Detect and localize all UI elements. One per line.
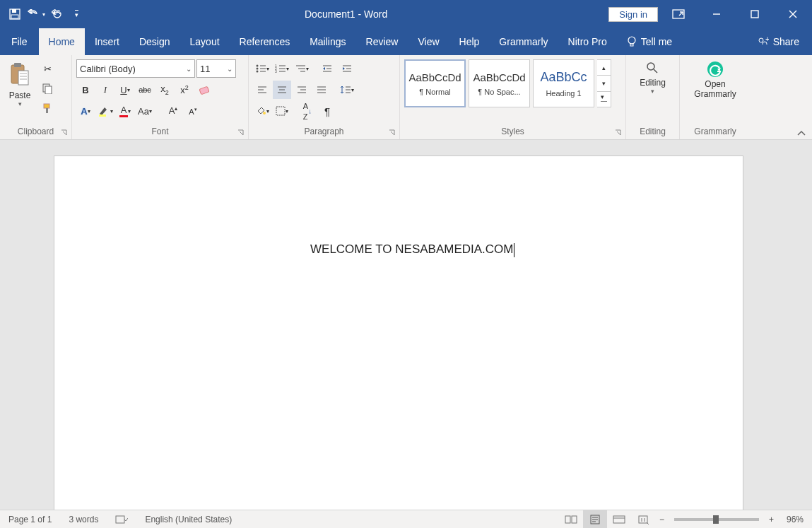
- save-icon[interactable]: [6, 5, 24, 23]
- decrease-indent-button[interactable]: [318, 59, 336, 78]
- shading-button[interactable]: ▾: [253, 102, 271, 120]
- share-button[interactable]: + Share: [745, 28, 812, 55]
- style-heading-1[interactable]: AaBbCc Heading 1: [533, 59, 594, 107]
- justify-button[interactable]: [312, 81, 331, 99]
- grammarly-label-1: Open: [705, 79, 725, 89]
- document-page[interactable]: WELCOME TO NESABAMEDIA.COM: [54, 156, 743, 510]
- cut-button[interactable]: ✂: [38, 59, 57, 78]
- align-right-button[interactable]: [293, 81, 311, 99]
- collapse-ribbon-icon[interactable]: [796, 129, 806, 136]
- grow-font-button[interactable]: A▴: [164, 102, 182, 120]
- document-area[interactable]: WELCOME TO NESABAMEDIA.COM: [0, 140, 812, 510]
- language-indicator[interactable]: English (United States): [136, 515, 240, 524]
- tab-layout[interactable]: Layout: [180, 28, 230, 55]
- increase-indent-button[interactable]: [338, 59, 356, 78]
- close-button[interactable]: [775, 0, 811, 28]
- styles-launcher-icon[interactable]: [614, 129, 623, 137]
- font-size-combo[interactable]: 11 ⌄: [196, 59, 236, 78]
- svg-point-25: [257, 65, 259, 67]
- document-text[interactable]: WELCOME TO NESABAMEDIA.COM: [310, 242, 514, 257]
- font-name-combo[interactable]: Calibri (Body) ⌄: [76, 59, 195, 78]
- align-center-button[interactable]: [273, 81, 291, 99]
- font-launcher-icon[interactable]: [237, 129, 245, 137]
- svg-rect-10: [630, 44, 633, 46]
- highlight-button[interactable]: ▾: [96, 102, 114, 120]
- undo-icon[interactable]: ▾: [27, 5, 45, 23]
- sort-button[interactable]: AZ↓: [298, 102, 317, 120]
- align-left-button[interactable]: [253, 81, 271, 99]
- style-normal[interactable]: AaBbCcDd ¶ Normal: [404, 59, 466, 107]
- minimize-button[interactable]: [699, 0, 734, 28]
- style-label: Heading 1: [546, 89, 581, 98]
- tab-home[interactable]: Home: [39, 28, 85, 55]
- paragraph-launcher-icon[interactable]: [388, 129, 396, 137]
- underline-button[interactable]: U▾: [116, 81, 134, 99]
- print-layout-button[interactable]: [583, 510, 607, 529]
- web-layout-button[interactable]: [607, 510, 631, 529]
- macros-button[interactable]: [631, 510, 655, 529]
- multilevel-list-button[interactable]: ▾: [293, 59, 311, 78]
- zoom-thumb[interactable]: [713, 515, 719, 524]
- styles-scroll-up[interactable]: ▴: [597, 60, 611, 76]
- tab-references[interactable]: References: [230, 28, 300, 55]
- strikethrough-button[interactable]: abc: [136, 81, 154, 99]
- tab-help[interactable]: Help: [449, 28, 490, 55]
- svg-rect-62: [276, 107, 285, 115]
- redo-icon[interactable]: [48, 5, 66, 23]
- tab-view[interactable]: View: [408, 28, 449, 55]
- font-group-label: Font: [151, 127, 168, 136]
- numbering-button[interactable]: 123▾: [273, 59, 291, 78]
- tab-grammarly[interactable]: Grammarly: [489, 28, 558, 55]
- styles-expand[interactable]: ▾—: [597, 92, 611, 107]
- grammarly-icon: [707, 61, 724, 78]
- bold-button[interactable]: B: [76, 81, 95, 99]
- format-painter-button[interactable]: [38, 99, 57, 117]
- zoom-level[interactable]: 96%: [778, 515, 812, 524]
- tell-me-search[interactable]: Tell me: [617, 28, 682, 55]
- tab-review[interactable]: Review: [356, 28, 408, 55]
- copy-button[interactable]: [38, 79, 57, 98]
- zoom-out-button[interactable]: −: [655, 515, 669, 524]
- text-effects-button[interactable]: A▾: [76, 102, 95, 120]
- zoom-in-button[interactable]: +: [765, 515, 778, 524]
- show-marks-button[interactable]: ¶: [318, 102, 336, 120]
- line-spacing-button[interactable]: ▾: [338, 81, 356, 99]
- open-grammarly-button[interactable]: Open Grammarly: [687, 58, 743, 102]
- editing-button[interactable]: Editing ▾: [632, 58, 673, 98]
- superscript-button[interactable]: x2: [175, 81, 194, 99]
- ribbon-display-options-icon[interactable]: [661, 0, 696, 28]
- style-no-spacing[interactable]: AaBbCcDd ¶ No Spac...: [469, 59, 530, 107]
- word-count[interactable]: 3 words: [60, 515, 107, 524]
- borders-button[interactable]: ▾: [273, 102, 291, 120]
- spellcheck-button[interactable]: [107, 515, 136, 524]
- paste-button[interactable]: Paste ▾: [4, 58, 35, 109]
- sign-in-button[interactable]: Sign in: [608, 7, 658, 22]
- tab-mailings[interactable]: Mailings: [300, 28, 355, 55]
- tab-design[interactable]: Design: [129, 28, 180, 55]
- shrink-font-button[interactable]: A▾: [184, 102, 202, 120]
- font-color-button[interactable]: A▾: [116, 102, 134, 120]
- styles-scroll-down[interactable]: ▾: [597, 76, 611, 91]
- text-cursor: [514, 243, 514, 257]
- svg-point-27: [257, 68, 259, 70]
- change-case-button[interactable]: Aa▾: [136, 102, 154, 120]
- tab-nitro-pro[interactable]: Nitro Pro: [558, 28, 617, 55]
- page-indicator[interactable]: Page 1 of 1: [0, 515, 60, 524]
- chevron-down-icon: ⌄: [223, 65, 233, 73]
- paste-dropdown-icon[interactable]: ▾: [18, 100, 22, 107]
- subscript-button[interactable]: x2: [155, 81, 174, 99]
- align-center-icon: [277, 86, 287, 94]
- clear-formatting-button[interactable]: [195, 81, 213, 99]
- svg-line-64: [654, 69, 657, 73]
- tab-insert[interactable]: Insert: [85, 28, 129, 55]
- read-mode-button[interactable]: [559, 510, 583, 529]
- zoom-slider[interactable]: [674, 518, 759, 521]
- paint-bucket-icon: [255, 106, 266, 116]
- qat-customize-icon[interactable]: ▾: [69, 5, 83, 23]
- tab-file[interactable]: File: [0, 28, 39, 55]
- svg-rect-66: [116, 516, 124, 523]
- maximize-button[interactable]: [737, 0, 772, 28]
- italic-button[interactable]: I: [96, 81, 114, 99]
- bullets-button[interactable]: ▾: [253, 59, 271, 78]
- clipboard-launcher-icon[interactable]: [60, 129, 69, 137]
